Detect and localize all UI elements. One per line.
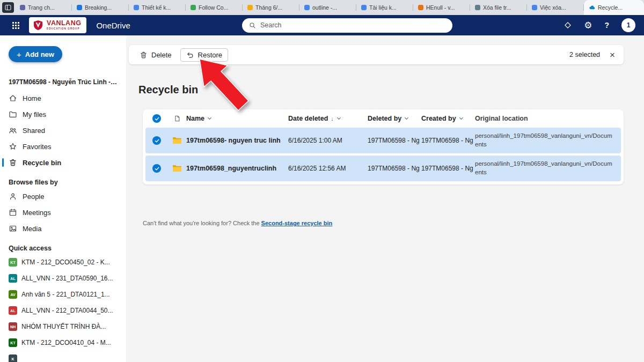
browse-list: People Meetings Media bbox=[0, 188, 126, 237]
sidebar-item-shared[interactable]: Shared bbox=[0, 122, 126, 138]
quick-access-label: KTM - 212_DCO0410_04 - M... bbox=[21, 339, 111, 346]
sidebar-item-people[interactable]: People bbox=[0, 188, 126, 204]
file-type-column-icon bbox=[173, 115, 181, 122]
quick-access-item[interactable]: NH NHÓM THUYẾT TRÌNH ĐÀ... bbox=[0, 319, 126, 335]
sidebar-item-my-files[interactable]: My files bbox=[0, 106, 126, 122]
add-new-label: Add new bbox=[25, 50, 54, 58]
sort-descending-icon: ↓ bbox=[331, 115, 334, 122]
footer-text: Can't find what you're looking for? Chec… bbox=[143, 220, 260, 226]
search-bar[interactable] bbox=[242, 18, 452, 33]
delete-label: Delete bbox=[151, 51, 172, 59]
sidebar-item-home[interactable]: Home bbox=[0, 90, 126, 106]
row-original-location: personal/linh_197tm06598_vanlanguni_vn/D… bbox=[475, 132, 621, 149]
browser-tab[interactable]: Breaking... bbox=[72, 0, 129, 15]
browser-tab[interactable]: Thiết kế k... bbox=[129, 0, 186, 15]
avatar[interactable]: 1 bbox=[621, 18, 635, 32]
tab-label: Thiết kế k... bbox=[142, 4, 171, 11]
browser-tab[interactable]: HEnull - v... bbox=[413, 0, 470, 15]
quick-access-item[interactable]: KT KTM - 212_DCO0450_02 - K... bbox=[0, 254, 126, 270]
file-list: Name Date deleted↓ Deleted by Created by… bbox=[143, 109, 624, 184]
tab-panel-icon bbox=[2, 2, 14, 13]
row-original-location: personal/linh_197tm06598_vanlanguni_vn/D… bbox=[475, 160, 621, 176]
sidebar-nav: Home My files Shared Favorites Recycle b… bbox=[0, 90, 126, 171]
column-header-name[interactable]: Name bbox=[186, 115, 288, 122]
row-created-by: 197TM06598 - Ng bbox=[421, 137, 475, 144]
quick-access-item[interactable]: AL ALL_VNN - 212_DTA0044_50... bbox=[0, 302, 126, 319]
chevron-down-icon bbox=[459, 115, 463, 119]
restore-button[interactable]: Restore bbox=[180, 48, 229, 62]
column-header-original-location[interactable]: Original location bbox=[475, 114, 621, 123]
add-new-button[interactable]: + Add new bbox=[9, 46, 62, 62]
home-icon bbox=[9, 94, 17, 102]
quick-access-item[interactable]: AL ALL_VNN - 231_DTA0590_16... bbox=[0, 270, 126, 286]
tab-label: HEnull - v... bbox=[426, 4, 455, 11]
app-header: VANLANG EDUCATION GROUP OneDrive ⚙ ? 1 bbox=[0, 15, 644, 35]
sidebar-item-meetings[interactable]: Meetings bbox=[0, 204, 126, 220]
browser-tab-active[interactable]: Recycle... bbox=[584, 0, 644, 15]
column-label: Deleted by bbox=[368, 115, 401, 122]
chevron-down-icon bbox=[337, 115, 341, 119]
vanlang-shield-icon bbox=[33, 20, 43, 31]
browser-tab[interactable]: Tài liệu k... bbox=[356, 0, 413, 15]
table-row[interactable]: 197tm06598- nguyen truc linh 6/16/2025 1… bbox=[145, 128, 621, 153]
row-checkbox-checked[interactable] bbox=[152, 136, 161, 145]
quick-access-item[interactable]: AV Anh văn 5 - 221_DTA0121_1... bbox=[0, 286, 126, 302]
quick-access-item[interactable]: KT KTM - 212_DCO0410_04 - M... bbox=[0, 335, 126, 351]
browser-tab[interactable]: outline -... bbox=[299, 0, 356, 15]
help-icon[interactable]: ? bbox=[604, 21, 609, 29]
tab-label: Follow Co... bbox=[199, 4, 228, 11]
column-header-deleted-by[interactable]: Deleted by bbox=[368, 115, 421, 122]
plus-icon: + bbox=[17, 50, 21, 58]
column-label: Original location bbox=[475, 115, 528, 122]
restore-undo-icon bbox=[186, 51, 194, 59]
sidebar-item-media[interactable]: Media bbox=[0, 220, 126, 237]
footer-note: Can't find what you're looking for? Chec… bbox=[143, 220, 332, 226]
sidebar-item-recycle-bin[interactable]: Recycle bin bbox=[0, 154, 126, 171]
settings-gear-icon[interactable]: ⚙ bbox=[584, 21, 592, 30]
site-icon: AV bbox=[9, 290, 17, 299]
second-stage-recycle-bin-link[interactable]: Second-stage recycle bin bbox=[261, 220, 333, 226]
row-name: 197tm06598_nguyentruclinh bbox=[186, 165, 288, 172]
app-launcher-button[interactable] bbox=[9, 18, 23, 32]
browser-tab[interactable]: Follow Co... bbox=[186, 0, 243, 15]
nav-label: People bbox=[23, 193, 44, 201]
row-deleted-by: 197TM06598 - Ng bbox=[368, 165, 421, 172]
folder-icon bbox=[9, 110, 17, 119]
browser-tab-bar: Trang ch... Breaking... Thiết kế k... Fo… bbox=[0, 0, 644, 15]
tab-label: Việc xóa... bbox=[540, 4, 566, 11]
row-date-deleted: 6/16/2025 1:00 AM bbox=[288, 137, 368, 144]
sidebar-item-favorites[interactable]: Favorites bbox=[0, 138, 126, 154]
search-input[interactable] bbox=[260, 21, 445, 29]
clear-selection-icon[interactable]: × bbox=[610, 50, 615, 60]
browse-files-heading: Browse files by bbox=[9, 179, 126, 187]
tab-label: Tháng 6/... bbox=[255, 4, 282, 11]
quick-access-heading: Quick access bbox=[9, 245, 126, 253]
quick-access-item[interactable]: K bbox=[0, 351, 126, 362]
nav-label: Media bbox=[23, 225, 41, 233]
tab-favicon bbox=[247, 5, 253, 10]
premium-icon[interactable] bbox=[564, 21, 572, 29]
column-header-created-by[interactable]: Created by bbox=[421, 115, 475, 122]
account-name: 197TM06598 - Nguyễn Trúc Linh - K2... bbox=[9, 78, 118, 86]
folder-icon bbox=[172, 136, 182, 145]
row-checkbox-checked[interactable] bbox=[152, 164, 161, 173]
table-row[interactable]: 197tm06598_nguyentruclinh 6/16/2025 12:5… bbox=[145, 156, 621, 181]
tab-actions-button[interactable] bbox=[1, 0, 15, 15]
delete-button[interactable]: Delete bbox=[134, 49, 177, 61]
recycle-bin-icon bbox=[9, 158, 17, 167]
nav-label: Favorites bbox=[23, 143, 51, 151]
shared-people-icon bbox=[9, 126, 17, 135]
row-name: 197tm06598- nguyen truc linh bbox=[186, 137, 288, 144]
tab-favicon bbox=[304, 5, 310, 10]
page-title: Recycle bin bbox=[138, 84, 198, 96]
select-all-checkbox[interactable] bbox=[152, 114, 161, 123]
browser-tab[interactable]: Việc xóa... bbox=[527, 0, 584, 15]
browser-tab[interactable]: Trang ch... bbox=[15, 0, 72, 15]
browser-tab[interactable]: Xóa file tr... bbox=[470, 0, 527, 15]
column-header-date-deleted[interactable]: Date deleted↓ bbox=[288, 115, 368, 122]
brand-name: VANLANG bbox=[47, 20, 81, 27]
body: + Add new 197TM06598 - Nguyễn Trúc Linh … bbox=[0, 35, 644, 362]
restore-label: Restore bbox=[198, 51, 223, 59]
sidebar: + Add new 197TM06598 - Nguyễn Trúc Linh … bbox=[0, 35, 126, 362]
browser-tab[interactable]: Tháng 6/... bbox=[243, 0, 299, 15]
